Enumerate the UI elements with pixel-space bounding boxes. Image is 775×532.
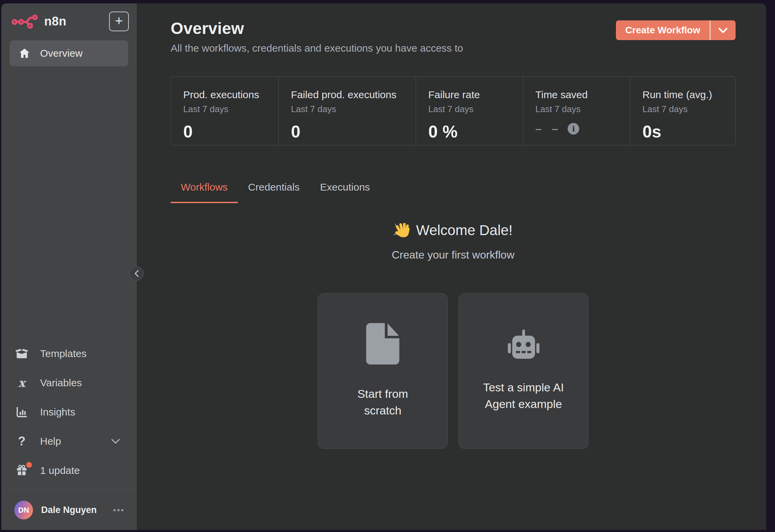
chevron-down-icon [719,28,727,33]
stat-title: Failure rate [428,89,516,101]
question-icon: ? [14,434,29,448]
create-workflow-button[interactable]: Create Workflow [616,20,736,40]
stat-card-time-saved: Time saved Last 7 days – – i [523,77,630,145]
page-subtitle: All the workflows, credentials and execu… [171,42,736,54]
welcome-title: Welcome Dale! [171,221,736,239]
chevron-left-icon [134,270,139,277]
card-label: Test a simple AI Agent example [481,379,566,413]
stat-value: – – i [535,122,623,135]
notification-dot [26,462,32,468]
plus-icon: + [115,14,123,28]
sidebar-bottom-nav: Templates x Variables Insights [1,344,136,490]
main-content: Overview All the workflows, credentials … [137,3,766,530]
stat-period: Last 7 days [535,104,623,114]
stat-value: 0 [183,122,272,142]
stat-period: Last 7 days [183,104,272,114]
robot-icon [504,330,542,362]
sidebar-item-label: Insights [40,406,75,418]
no-data-dashes: – – [535,122,562,135]
sidebar-item-label: Help [40,436,61,447]
sidebar-item-label: 1 update [40,465,80,476]
tab-bar: Workflows Credentials Executions [171,181,736,203]
sidebar-item-templates[interactable]: Templates [14,344,120,363]
ellipsis-menu-button[interactable]: ••• [113,506,125,515]
stat-value: 0 [291,122,409,142]
ai-agent-example-card[interactable]: Test a simple AI Agent example [459,293,588,449]
sidebar: n8n + Overview Templates [1,3,137,530]
bar-chart-icon [14,406,29,418]
tab-executions[interactable]: Executions [310,181,380,203]
box-open-icon [14,348,29,359]
card-label: Start from scratch [340,386,425,419]
sidebar-item-overview[interactable]: Overview [10,40,128,66]
stat-period: Last 7 days [642,104,728,114]
create-workflow-label[interactable]: Create Workflow [616,20,710,40]
welcome-text: Welcome Dale! [416,222,513,238]
user-name: Dale Nguyen [41,505,105,515]
sidebar-item-label: Variables [40,377,82,389]
stat-title: Time saved [535,89,623,101]
stat-card-run-time: Run time (avg.) Last 7 days 0s [630,77,735,145]
document-icon [366,323,399,365]
waving-hand-icon [394,221,411,239]
add-workflow-button[interactable]: + [109,12,129,31]
sidebar-item-help[interactable]: ? Help [14,431,120,451]
variables-x-icon: x [14,376,29,390]
page-header: Overview All the workflows, credentials … [171,19,736,54]
sidebar-header: n8n + [1,3,136,31]
user-menu[interactable]: DN Dale Nguyen ••• [1,490,136,530]
app-title: n8n [44,14,67,29]
stat-value: 0s [642,122,728,142]
tab-credentials[interactable]: Credentials [238,181,310,203]
sidebar-item-updates[interactable]: 1 update [14,461,120,480]
stat-card-failed-executions: Failed prod. executions Last 7 days 0 [279,77,416,145]
sidebar-item-insights[interactable]: Insights [14,402,120,422]
start-from-scratch-card[interactable]: Start from scratch [318,293,448,449]
stat-title: Run time (avg.) [642,89,728,101]
chevron-down-icon [111,439,120,444]
app-window: n8n + Overview Templates [1,3,766,530]
stat-title: Prod. executions [183,89,272,101]
sidebar-item-label: Overview [40,48,83,59]
stat-value: 0 % [428,122,516,142]
avatar-initials: DN [18,506,29,515]
create-workflow-dropdown[interactable] [710,20,736,40]
stats-row: Prod. executions Last 7 days 0 Failed pr… [171,76,736,145]
sidebar-item-label: Templates [40,348,87,359]
welcome-section: Welcome Dale! Create your first workflow [171,221,736,261]
stat-period: Last 7 days [428,104,516,114]
info-icon[interactable]: i [568,123,579,135]
starter-cards: Start from scratch [171,293,736,449]
welcome-subtitle: Create your first workflow [171,249,736,261]
stat-card-failure-rate: Failure rate Last 7 days 0 % [416,77,523,145]
sidebar-collapse-button[interactable] [130,266,144,281]
avatar[interactable]: DN [14,501,33,519]
tab-workflows[interactable]: Workflows [171,181,238,203]
stat-period: Last 7 days [291,104,409,114]
sidebar-item-variables[interactable]: x Variables [14,373,120,393]
stat-card-prod-executions: Prod. executions Last 7 days 0 [171,77,279,145]
home-icon [19,48,30,58]
n8n-logo-icon [12,13,39,30]
stat-title: Failed prod. executions [291,89,409,101]
gift-icon [14,464,29,477]
